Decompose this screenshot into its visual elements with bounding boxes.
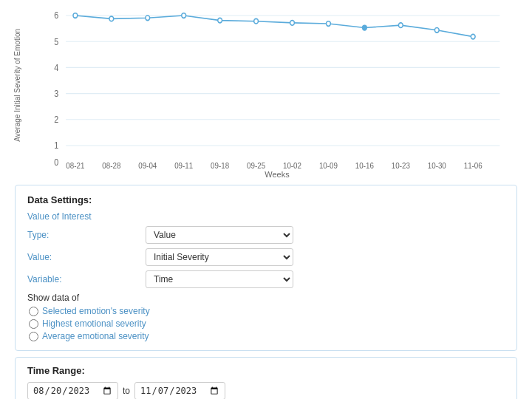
svg-text:10-02: 10-02: [283, 161, 301, 170]
radio-average-severity-input[interactable]: [29, 332, 38, 341]
y-axis-label-wrapper: Average Initial Severity of Emotion: [13, 7, 21, 163]
svg-text:10-23: 10-23: [392, 161, 410, 170]
radio-highest-severity[interactable]: Highest emotional severity: [29, 318, 505, 329]
data-point: [218, 18, 222, 23]
value-label: Value:: [27, 252, 146, 262]
time-range-title: Time Range:: [27, 365, 505, 376]
variable-field-row: Variable: Time Category Tag: [27, 270, 505, 288]
settings-title: Data Settings:: [27, 194, 505, 205]
to-label: to: [123, 386, 130, 396]
svg-text:0: 0: [54, 158, 58, 168]
type-field-row: Type: Value: [27, 226, 505, 244]
variable-select[interactable]: Time Category Tag: [146, 270, 293, 288]
radio-selected-severity-label: Selected emotion's severity: [42, 306, 150, 316]
data-point: [146, 16, 150, 21]
value-of-interest-label: Value of Interest: [27, 211, 505, 222]
date-to-input[interactable]: [134, 382, 225, 399]
data-point: [290, 21, 295, 26]
svg-text:1: 1: [54, 141, 58, 151]
svg-text:11-06: 11-06: [464, 161, 482, 170]
svg-text:09-25: 09-25: [247, 161, 265, 170]
data-point: [254, 18, 259, 24]
svg-text:09-11: 09-11: [174, 161, 193, 170]
svg-text:09-04: 09-04: [138, 161, 157, 170]
svg-text:08-28: 08-28: [102, 161, 120, 170]
data-point: [471, 34, 475, 39]
y-axis-label: Average Initial Severity of Emotion: [13, 29, 21, 142]
radio-average-severity[interactable]: Average emotional severity: [29, 331, 505, 341]
value-select[interactable]: Initial Severity Final Severity Duration: [146, 248, 293, 266]
radio-selected-severity[interactable]: Selected emotion's severity: [29, 306, 505, 316]
radio-highest-severity-label: Highest emotional severity: [42, 318, 146, 329]
data-point: [398, 23, 403, 28]
svg-text:10-16: 10-16: [355, 161, 374, 170]
radio-group: Selected emotion's severity Highest emot…: [27, 306, 505, 341]
svg-text:3: 3: [54, 89, 58, 98]
data-point: [362, 25, 366, 30]
data-settings-panel: Data Settings: Value of Interest Type: V…: [15, 185, 517, 351]
radio-selected-severity-input[interactable]: [29, 307, 38, 316]
type-select[interactable]: Value: [146, 226, 293, 244]
svg-text:08-21: 08-21: [66, 161, 84, 170]
svg-text:5: 5: [54, 37, 58, 47]
chart-container: Average Initial Severity of Emotion 6 5 …: [0, 0, 532, 185]
value-field-row: Value: Initial Severity Final Severity D…: [27, 248, 505, 266]
svg-text:4: 4: [54, 63, 59, 72]
data-point: [327, 21, 331, 27]
date-row: to: [27, 382, 505, 399]
svg-text:10-09: 10-09: [319, 161, 338, 170]
chart-line: [75, 16, 473, 37]
radio-highest-severity-input[interactable]: [29, 319, 38, 329]
x-axis-label: Weeks: [37, 170, 517, 182]
svg-text:10-30: 10-30: [428, 161, 446, 170]
data-point: [182, 13, 186, 18]
radio-average-severity-label: Average emotional severity: [42, 331, 149, 341]
data-point: [109, 16, 114, 21]
svg-text:2: 2: [54, 115, 58, 125]
variable-label: Variable:: [27, 274, 146, 284]
time-range-panel: Time Range: to: [15, 357, 517, 399]
data-point: [434, 28, 439, 33]
svg-text:09-18: 09-18: [211, 161, 229, 170]
svg-text:6: 6: [54, 11, 58, 21]
chart-svg: 6 5 4 3 2 1 0 08-21 08-28 09-04 09-11 09…: [37, 7, 514, 170]
type-label: Type:: [27, 230, 146, 240]
date-from-input[interactable]: [27, 382, 118, 399]
show-data-label: Show data of: [27, 293, 505, 303]
data-point: [73, 13, 78, 18]
